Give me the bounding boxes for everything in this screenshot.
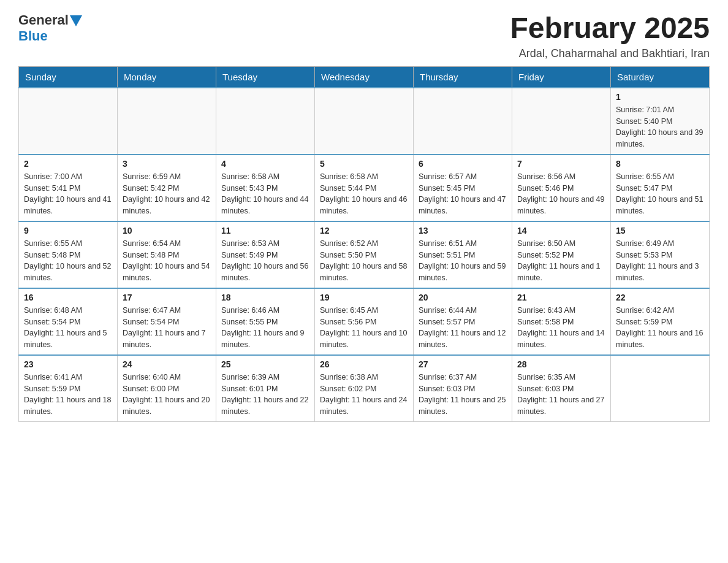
calendar-cell [216, 88, 315, 155]
day-info: Sunrise: 7:01 AM Sunset: 5:40 PM Dayligh… [616, 104, 704, 150]
day-info: Sunrise: 6:46 AM Sunset: 5:55 PM Dayligh… [221, 305, 309, 351]
day-info: Sunrise: 6:55 AM Sunset: 5:48 PM Dayligh… [24, 238, 112, 284]
day-number: 15 [616, 226, 704, 236]
day-info: Sunrise: 6:50 AM Sunset: 5:52 PM Dayligh… [517, 238, 605, 284]
day-number: 26 [320, 359, 408, 369]
calendar-cell: 9Sunrise: 6:55 AM Sunset: 5:48 PM Daylig… [19, 221, 118, 288]
calendar-cell: 15Sunrise: 6:49 AM Sunset: 5:53 PM Dayli… [611, 221, 710, 288]
calendar-cell: 14Sunrise: 6:50 AM Sunset: 5:52 PM Dayli… [512, 221, 611, 288]
calendar-cell [512, 88, 611, 155]
calendar-cell: 19Sunrise: 6:45 AM Sunset: 5:56 PM Dayli… [315, 288, 414, 355]
day-number: 2 [24, 159, 112, 169]
day-info: Sunrise: 6:55 AM Sunset: 5:47 PM Dayligh… [616, 171, 704, 217]
day-info: Sunrise: 6:44 AM Sunset: 5:57 PM Dayligh… [419, 305, 507, 351]
weekday-header-wednesday: Wednesday [315, 66, 414, 88]
weekday-header-row: SundayMondayTuesdayWednesdayThursdayFrid… [19, 66, 710, 88]
calendar-cell: 24Sunrise: 6:40 AM Sunset: 6:00 PM Dayli… [118, 355, 216, 422]
day-info: Sunrise: 6:59 AM Sunset: 5:42 PM Dayligh… [123, 171, 211, 217]
calendar-cell: 18Sunrise: 6:46 AM Sunset: 5:55 PM Dayli… [216, 288, 315, 355]
weekday-header-monday: Monday [118, 66, 216, 88]
calendar-week-5: 23Sunrise: 6:41 AM Sunset: 5:59 PM Dayli… [19, 355, 710, 422]
day-number: 27 [419, 359, 507, 369]
calendar-cell [414, 88, 512, 155]
day-info: Sunrise: 6:35 AM Sunset: 6:03 PM Dayligh… [517, 372, 605, 418]
calendar-week-4: 16Sunrise: 6:48 AM Sunset: 5:54 PM Dayli… [19, 288, 710, 355]
day-number: 10 [123, 226, 211, 236]
logo: General Blue [18, 12, 82, 44]
day-number: 24 [123, 359, 211, 369]
day-info: Sunrise: 7:00 AM Sunset: 5:41 PM Dayligh… [24, 171, 112, 217]
calendar-cell: 23Sunrise: 6:41 AM Sunset: 5:59 PM Dayli… [19, 355, 118, 422]
day-info: Sunrise: 6:56 AM Sunset: 5:46 PM Dayligh… [517, 171, 605, 217]
calendar-cell: 27Sunrise: 6:37 AM Sunset: 6:03 PM Dayli… [414, 355, 512, 422]
day-number: 25 [221, 359, 309, 369]
day-number: 23 [24, 359, 112, 369]
calendar-cell: 16Sunrise: 6:48 AM Sunset: 5:54 PM Dayli… [19, 288, 118, 355]
calendar-cell: 8Sunrise: 6:55 AM Sunset: 5:47 PM Daylig… [611, 155, 710, 221]
day-number: 19 [320, 293, 408, 302]
day-number: 3 [123, 159, 211, 169]
day-info: Sunrise: 6:47 AM Sunset: 5:54 PM Dayligh… [123, 305, 211, 351]
weekday-header-friday: Friday [512, 66, 611, 88]
day-info: Sunrise: 6:52 AM Sunset: 5:50 PM Dayligh… [320, 238, 408, 284]
day-number: 8 [616, 159, 704, 169]
calendar-cell: 10Sunrise: 6:54 AM Sunset: 5:48 PM Dayli… [118, 221, 216, 288]
calendar-cell: 21Sunrise: 6:43 AM Sunset: 5:58 PM Dayli… [512, 288, 611, 355]
day-number: 14 [517, 226, 605, 236]
calendar-cell: 12Sunrise: 6:52 AM Sunset: 5:50 PM Dayli… [315, 221, 414, 288]
page-header: General Blue February 2025 Ardal, Chahar… [18, 12, 710, 60]
day-info: Sunrise: 6:41 AM Sunset: 5:59 PM Dayligh… [24, 372, 112, 418]
weekday-header-tuesday: Tuesday [216, 66, 315, 88]
calendar-cell: 4Sunrise: 6:58 AM Sunset: 5:43 PM Daylig… [216, 155, 315, 221]
calendar-cell [19, 88, 118, 155]
calendar-week-2: 2Sunrise: 7:00 AM Sunset: 5:41 PM Daylig… [19, 155, 710, 221]
calendar-cell: 17Sunrise: 6:47 AM Sunset: 5:54 PM Dayli… [118, 288, 216, 355]
calendar-cell: 22Sunrise: 6:42 AM Sunset: 5:59 PM Dayli… [611, 288, 710, 355]
day-info: Sunrise: 6:43 AM Sunset: 5:58 PM Dayligh… [517, 305, 605, 351]
weekday-header-saturday: Saturday [611, 66, 710, 88]
calendar-cell [315, 88, 414, 155]
logo-blue-text: Blue [18, 28, 48, 44]
day-number: 4 [221, 159, 309, 169]
day-number: 17 [123, 293, 211, 302]
title-area: February 2025 Ardal, Chaharmahal and Bak… [510, 12, 710, 60]
calendar-cell [118, 88, 216, 155]
calendar-cell [611, 355, 710, 422]
calendar-cell: 7Sunrise: 6:56 AM Sunset: 5:46 PM Daylig… [512, 155, 611, 221]
day-number: 5 [320, 159, 408, 169]
calendar-cell: 6Sunrise: 6:57 AM Sunset: 5:45 PM Daylig… [414, 155, 512, 221]
calendar-week-3: 9Sunrise: 6:55 AM Sunset: 5:48 PM Daylig… [19, 221, 710, 288]
calendar-cell: 26Sunrise: 6:38 AM Sunset: 6:02 PM Dayli… [315, 355, 414, 422]
month-title: February 2025 [510, 12, 710, 45]
weekday-header-sunday: Sunday [19, 66, 118, 88]
day-info: Sunrise: 6:53 AM Sunset: 5:49 PM Dayligh… [221, 238, 309, 284]
day-number: 7 [517, 159, 605, 169]
calendar-cell: 20Sunrise: 6:44 AM Sunset: 5:57 PM Dayli… [414, 288, 512, 355]
day-info: Sunrise: 6:42 AM Sunset: 5:59 PM Dayligh… [616, 305, 704, 351]
calendar-week-1: 1Sunrise: 7:01 AM Sunset: 5:40 PM Daylig… [19, 88, 710, 155]
day-info: Sunrise: 6:48 AM Sunset: 5:54 PM Dayligh… [24, 305, 112, 351]
calendar-cell: 28Sunrise: 6:35 AM Sunset: 6:03 PM Dayli… [512, 355, 611, 422]
day-number: 18 [221, 293, 309, 302]
day-info: Sunrise: 6:54 AM Sunset: 5:48 PM Dayligh… [123, 238, 211, 284]
calendar-cell: 13Sunrise: 6:51 AM Sunset: 5:51 PM Dayli… [414, 221, 512, 288]
day-number: 22 [616, 293, 704, 302]
weekday-header-thursday: Thursday [414, 66, 512, 88]
day-number: 16 [24, 293, 112, 302]
day-info: Sunrise: 6:45 AM Sunset: 5:56 PM Dayligh… [320, 305, 408, 351]
calendar-cell: 25Sunrise: 6:39 AM Sunset: 6:01 PM Dayli… [216, 355, 315, 422]
day-info: Sunrise: 6:49 AM Sunset: 5:53 PM Dayligh… [616, 238, 704, 284]
calendar-cell: 5Sunrise: 6:58 AM Sunset: 5:44 PM Daylig… [315, 155, 414, 221]
day-info: Sunrise: 6:57 AM Sunset: 5:45 PM Dayligh… [419, 171, 507, 217]
day-info: Sunrise: 6:37 AM Sunset: 6:03 PM Dayligh… [419, 372, 507, 418]
day-number: 20 [419, 293, 507, 302]
calendar-cell: 1Sunrise: 7:01 AM Sunset: 5:40 PM Daylig… [611, 88, 710, 155]
day-info: Sunrise: 6:58 AM Sunset: 5:44 PM Dayligh… [320, 171, 408, 217]
day-info: Sunrise: 6:51 AM Sunset: 5:51 PM Dayligh… [419, 238, 507, 284]
logo-triangle-icon [70, 15, 82, 26]
calendar-cell: 11Sunrise: 6:53 AM Sunset: 5:49 PM Dayli… [216, 221, 315, 288]
day-number: 1 [616, 92, 704, 102]
calendar-cell: 3Sunrise: 6:59 AM Sunset: 5:42 PM Daylig… [118, 155, 216, 221]
location-subtitle: Ardal, Chaharmahal and Bakhtiari, Iran [510, 47, 710, 60]
day-number: 6 [419, 159, 507, 169]
